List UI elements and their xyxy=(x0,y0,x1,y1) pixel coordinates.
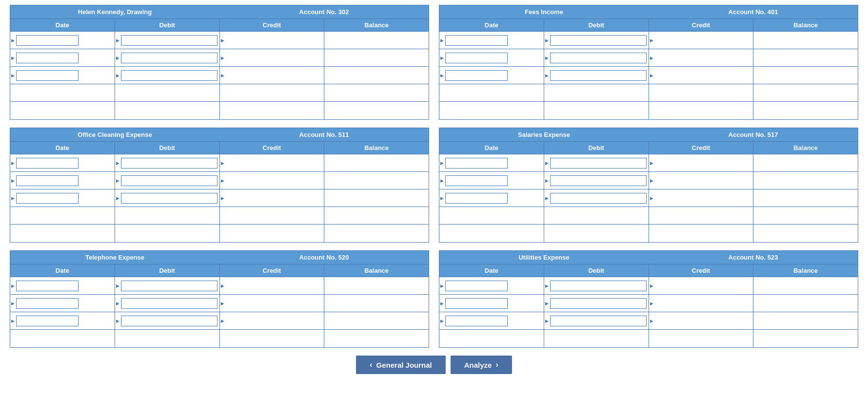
debit-cell[interactable] xyxy=(115,207,220,224)
debit-cell[interactable] xyxy=(115,225,220,242)
credit-cell[interactable]: ▶ xyxy=(649,189,754,207)
balance-cell[interactable] xyxy=(324,67,429,84)
debit-cell[interactable] xyxy=(544,102,649,119)
debit-cell[interactable]: ▶ xyxy=(115,67,220,84)
debit-cell[interactable]: ▶ xyxy=(544,312,649,329)
credit-cell[interactable] xyxy=(220,84,325,101)
date-cell[interactable]: ▶ xyxy=(439,154,544,171)
credit-cell[interactable]: ▶ xyxy=(220,32,325,49)
debit-cell[interactable]: ▶ xyxy=(544,154,649,171)
credit-cell[interactable] xyxy=(649,207,754,224)
balance-cell[interactable] xyxy=(324,330,429,347)
credit-cell[interactable]: ▶ xyxy=(649,312,754,329)
date-cell[interactable] xyxy=(439,102,544,119)
debit-cell[interactable] xyxy=(544,330,649,347)
date-cell[interactable]: ▶ xyxy=(439,295,544,312)
debit-cell[interactable] xyxy=(544,207,649,224)
credit-cell[interactable]: ▶ xyxy=(220,154,325,171)
balance-cell[interactable] xyxy=(753,67,858,84)
balance-cell[interactable] xyxy=(753,312,858,329)
date-cell[interactable]: ▶ xyxy=(10,154,115,171)
credit-cell[interactable]: ▶ xyxy=(220,277,325,294)
debit-cell[interactable]: ▶ xyxy=(544,277,649,294)
balance-cell[interactable] xyxy=(753,189,858,207)
date-cell[interactable] xyxy=(10,207,115,224)
balance-cell[interactable] xyxy=(324,277,429,294)
credit-cell[interactable]: ▶ xyxy=(649,295,754,312)
debit-cell[interactable]: ▶ xyxy=(115,277,220,294)
debit-cell[interactable]: ▶ xyxy=(544,67,649,84)
date-cell[interactable]: ▶ xyxy=(439,49,544,66)
balance-cell[interactable] xyxy=(324,312,429,329)
debit-cell[interactable]: ▶ xyxy=(544,49,649,66)
debit-cell[interactable]: ▶ xyxy=(115,49,220,66)
balance-cell[interactable] xyxy=(324,32,429,49)
balance-cell[interactable] xyxy=(753,32,858,49)
credit-cell[interactable] xyxy=(649,102,754,119)
balance-cell[interactable] xyxy=(324,207,429,224)
credit-cell[interactable]: ▶ xyxy=(649,67,754,84)
debit-cell[interactable] xyxy=(115,330,220,347)
date-cell[interactable] xyxy=(439,84,544,101)
next-button[interactable]: Analyze › xyxy=(451,356,512,374)
credit-cell[interactable] xyxy=(220,207,325,224)
balance-cell[interactable] xyxy=(324,225,429,242)
date-cell[interactable]: ▶ xyxy=(439,67,544,84)
balance-cell[interactable] xyxy=(753,49,858,66)
credit-cell[interactable] xyxy=(220,102,325,119)
balance-cell[interactable] xyxy=(753,277,858,294)
balance-cell[interactable] xyxy=(324,154,429,171)
debit-cell[interactable]: ▶ xyxy=(544,32,649,49)
date-cell[interactable]: ▶ xyxy=(439,189,544,207)
date-cell[interactable] xyxy=(439,330,544,347)
debit-cell[interactable]: ▶ xyxy=(544,295,649,312)
date-cell[interactable] xyxy=(10,330,115,347)
credit-cell[interactable] xyxy=(220,225,325,242)
date-cell[interactable] xyxy=(10,225,115,242)
debit-cell[interactable]: ▶ xyxy=(115,32,220,49)
credit-cell[interactable] xyxy=(649,330,754,347)
credit-cell[interactable]: ▶ xyxy=(220,67,325,84)
credit-cell[interactable]: ▶ xyxy=(649,49,754,66)
balance-cell[interactable] xyxy=(753,207,858,224)
credit-cell[interactable]: ▶ xyxy=(220,312,325,329)
debit-cell[interactable]: ▶ xyxy=(115,172,220,189)
debit-cell[interactable]: ▶ xyxy=(115,154,220,171)
date-cell[interactable]: ▶ xyxy=(10,277,115,294)
balance-cell[interactable] xyxy=(324,189,429,207)
balance-cell[interactable] xyxy=(324,49,429,66)
date-cell[interactable]: ▶ xyxy=(439,312,544,329)
credit-cell[interactable]: ▶ xyxy=(649,277,754,294)
credit-cell[interactable]: ▶ xyxy=(220,189,325,207)
date-cell[interactable] xyxy=(10,102,115,119)
balance-cell[interactable] xyxy=(753,102,858,119)
prev-button[interactable]: ‹ General Journal xyxy=(356,356,446,374)
balance-cell[interactable] xyxy=(324,172,429,189)
credit-cell[interactable]: ▶ xyxy=(220,49,325,66)
debit-cell[interactable]: ▶ xyxy=(115,312,220,329)
debit-cell[interactable] xyxy=(544,84,649,101)
date-cell[interactable] xyxy=(439,225,544,242)
balance-cell[interactable] xyxy=(324,84,429,101)
date-cell[interactable]: ▶ xyxy=(10,67,115,84)
date-cell[interactable]: ▶ xyxy=(10,172,115,189)
credit-cell[interactable] xyxy=(649,225,754,242)
balance-cell[interactable] xyxy=(324,102,429,119)
date-cell[interactable]: ▶ xyxy=(439,277,544,294)
credit-cell[interactable]: ▶ xyxy=(220,172,325,189)
date-cell[interactable]: ▶ xyxy=(10,295,115,312)
date-cell[interactable]: ▶ xyxy=(439,32,544,49)
balance-cell[interactable] xyxy=(753,225,858,242)
credit-cell[interactable]: ▶ xyxy=(649,32,754,49)
debit-cell[interactable]: ▶ xyxy=(544,172,649,189)
balance-cell[interactable] xyxy=(753,330,858,347)
debit-cell[interactable]: ▶ xyxy=(115,295,220,312)
balance-cell[interactable] xyxy=(324,295,429,312)
balance-cell[interactable] xyxy=(753,172,858,189)
date-cell[interactable]: ▶ xyxy=(10,49,115,66)
date-cell[interactable] xyxy=(10,84,115,101)
credit-cell[interactable] xyxy=(220,330,325,347)
debit-cell[interactable]: ▶ xyxy=(544,189,649,207)
date-cell[interactable]: ▶ xyxy=(10,312,115,329)
date-cell[interactable]: ▶ xyxy=(439,172,544,189)
